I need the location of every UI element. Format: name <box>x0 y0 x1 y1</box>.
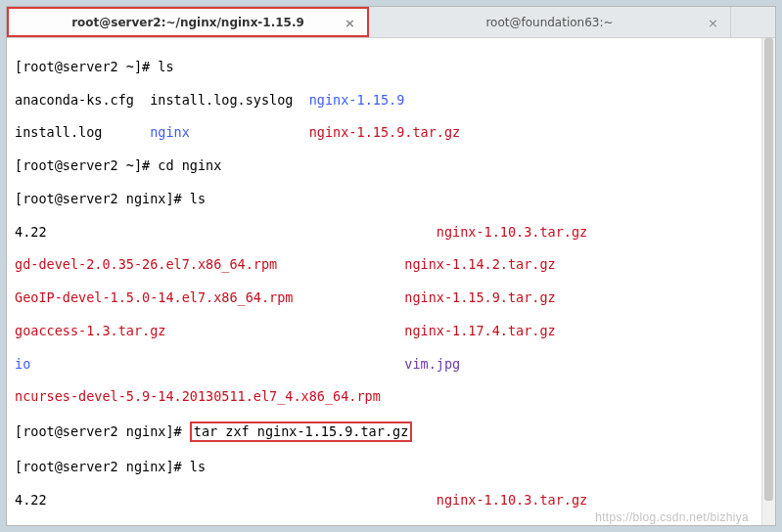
dir-nginx: nginx <box>150 124 190 140</box>
file: anaconda-ks.cfg install.log.syslog <box>15 92 309 108</box>
file: nginx-1.10.3.tar.gz <box>437 224 587 240</box>
terminal-output[interactable]: [root@server2 ~]# ls anaconda-ks.cfg ins… <box>7 38 775 525</box>
file: install.log <box>15 124 150 140</box>
file: ncurses-devel-5.9-14.20130511.el7_4.x86_… <box>15 388 381 404</box>
file: goaccess-1.3.tar.gz <box>15 323 165 338</box>
prompt: [root@server2 ~]# <box>15 157 158 173</box>
highlight-tar-cmd: tar zxf nginx-1.15.9.tar.gz <box>190 421 412 442</box>
tab-server2[interactable]: root@server2:~/nginx/nginx-1.15.9 × <box>7 7 369 37</box>
prompt: [root@server2 nginx]# <box>15 423 190 439</box>
dir-nginx-ver: nginx-1.15.9 <box>309 92 405 108</box>
cmd-ls: ls <box>190 191 206 206</box>
tab-foundation63[interactable]: root@foundation63:~ × <box>369 7 731 37</box>
cmd-ls: ls <box>190 459 206 474</box>
scroll-thumb[interactable] <box>764 38 773 501</box>
cmd-cd: cd nginx <box>158 157 221 173</box>
file-img: vim.jpg <box>404 356 460 372</box>
file: gd-devel-2.0.35-26.el7.x86_64.rpm <box>15 524 277 525</box>
file: nginx-1.15.9.tar.gz <box>404 289 555 305</box>
file: nginx-1.14.2.tar.gz <box>404 256 555 272</box>
tab-bar: root@server2:~/nginx/nginx-1.15.9 × root… <box>7 7 775 38</box>
tab-title: root@foundation63:~ <box>485 16 613 29</box>
scrollbar[interactable] <box>761 38 775 525</box>
close-icon[interactable]: × <box>708 15 718 29</box>
file: nginx-1.14.2.tar.gz <box>404 524 555 525</box>
file: nginx-1.17.4.tar.gz <box>404 323 555 338</box>
close-icon[interactable]: × <box>345 15 355 29</box>
dir: io <box>15 356 30 372</box>
prompt: [root@server2 nginx]# <box>15 191 190 206</box>
terminal-window: root@server2:~/nginx/nginx-1.15.9 × root… <box>6 6 776 526</box>
file-nginx-tar: nginx-1.15.9.tar.gz <box>309 124 460 140</box>
file: gd-devel-2.0.35-26.el7.x86_64.rpm <box>15 256 277 272</box>
file: 4.22 <box>15 492 47 508</box>
prompt: [root@server2 ~]# <box>15 59 158 74</box>
prompt: [root@server2 nginx]# <box>15 459 190 474</box>
file: GeoIP-devel-1.5.0-14.el7.x86_64.rpm <box>15 289 293 305</box>
cmd-ls: ls <box>158 59 173 74</box>
file: 4.22 <box>15 224 47 240</box>
cmd-tar: tar zxf nginx-1.15.9.tar.gz <box>194 423 408 439</box>
tab-title: root@server2:~/nginx/nginx-1.15.9 <box>71 16 304 29</box>
file: nginx-1.10.3.tar.gz <box>437 492 587 508</box>
